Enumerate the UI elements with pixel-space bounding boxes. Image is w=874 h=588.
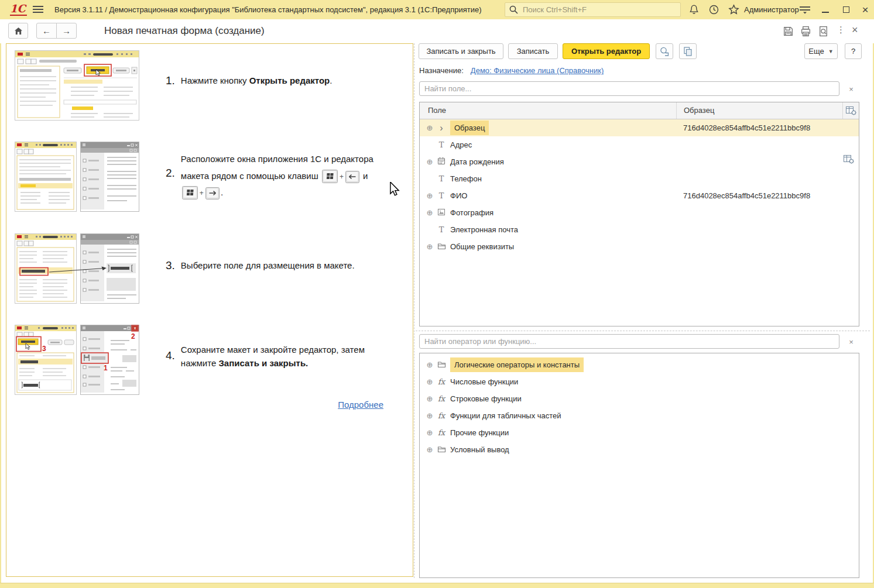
horizontal-splitter[interactable] xyxy=(416,331,870,331)
current-user[interactable]: Администратор xyxy=(744,5,799,14)
tree-item-tabular-functions[interactable]: ⊕ fx Функции для табличных частей xyxy=(420,407,859,424)
purpose-link[interactable]: Демо: Физические лица (Справочник) xyxy=(471,66,604,75)
print-preview-icon[interactable] xyxy=(818,26,829,37)
form-toolbar: ← → Новая печатная форма (создание) ⋮ × xyxy=(0,19,874,43)
notifications-bell-icon[interactable] xyxy=(688,4,700,15)
table-row-sample[interactable]: ⊕ › Образец 716d4028ec854affb4c51e2211bb… xyxy=(420,119,859,136)
open-editor-button[interactable]: Открыть редактор xyxy=(563,43,650,59)
table-row-birthdate[interactable]: ⊕ Дата рождения xyxy=(420,153,859,170)
function-icon: fx xyxy=(436,377,447,386)
purpose-label: Назначение: xyxy=(419,66,464,75)
clear-field-search-icon[interactable]: × xyxy=(845,83,857,95)
step-text: макета рядом с помощью клавиш xyxy=(181,171,318,181)
expand-icon[interactable]: ⊕ xyxy=(425,123,434,132)
back-button[interactable]: ← xyxy=(36,23,57,39)
fields-table: Поле Образец ⊕ › Образец 716d4028ec854af… xyxy=(419,102,859,326)
windows-key-icon xyxy=(322,170,338,183)
table-row-phone[interactable]: T Телефон xyxy=(420,170,859,187)
list-settings-button[interactable] xyxy=(843,154,855,167)
function-icon: fx xyxy=(436,428,447,437)
window-bottom-border xyxy=(0,583,874,588)
close-form-icon[interactable]: × xyxy=(852,24,858,36)
field-search-input[interactable] xyxy=(419,81,839,96)
expand-icon[interactable]: ⊕ xyxy=(425,191,434,200)
print-icon[interactable] xyxy=(800,26,811,37)
table-settings-button[interactable] xyxy=(842,102,859,119)
field-sample-value: 716d4028ec854affb4c51e2211bbc9f8 xyxy=(683,123,810,132)
favorites-star-icon[interactable] xyxy=(728,4,739,15)
expand-icon[interactable]: ⊕ xyxy=(425,377,434,386)
tree-item-logical-operators[interactable]: ⊕ Логические операторы и константы xyxy=(420,356,859,373)
forward-button[interactable]: → xyxy=(56,23,77,39)
function-icon: fx xyxy=(436,411,447,420)
expand-icon[interactable]: ⊕ xyxy=(425,445,434,454)
expand-icon[interactable]: ⊕ xyxy=(425,428,434,437)
expand-icon[interactable]: ⊕ xyxy=(425,242,434,251)
window-title: Версия 3.1.11 / Демонстрационная конфигу… xyxy=(54,5,482,14)
service-menu-icon[interactable] xyxy=(798,6,811,15)
field-name: ФИО xyxy=(450,191,467,200)
tree-item-string-functions[interactable]: ⊕ fx Строковые функции xyxy=(420,390,859,407)
step-number: 2. xyxy=(166,167,175,201)
step-4-image: 3 2 xyxy=(15,325,139,395)
window-titlebar: 1С Версия 3.1.11 / Демонстрационная конф… xyxy=(0,0,874,19)
plus-sign: + xyxy=(200,189,204,197)
column-header-sample[interactable]: Образец xyxy=(676,102,842,119)
table-row-fullname[interactable]: ⊕ T ФИО 716d4028ec854affb4c51e2211bbc9f8 xyxy=(420,187,859,204)
step-2-illustration xyxy=(15,142,139,212)
table-row-address[interactable]: T Адрес xyxy=(420,136,859,153)
tree-item-conditional-output[interactable]: ⊕ Условный вывод xyxy=(420,441,859,458)
more-dots-icon[interactable]: ⋮ xyxy=(837,25,845,35)
pick-field-button[interactable] xyxy=(656,43,673,59)
operators-tree: ⊕ Логические операторы и константы ⊕ fx … xyxy=(419,353,859,578)
step-3-image xyxy=(15,233,139,304)
step-number: 1. xyxy=(166,74,175,88)
operator-search-input[interactable] xyxy=(419,334,839,349)
chevron-right-icon[interactable]: › xyxy=(436,123,447,133)
minimize-button[interactable] xyxy=(817,0,834,19)
history-clock-icon[interactable] xyxy=(708,4,719,15)
save-icon[interactable] xyxy=(783,26,794,37)
step-2-image xyxy=(15,142,139,212)
table-row-email[interactable]: T Электронная почта xyxy=(420,221,859,238)
expand-icon[interactable]: ⊕ xyxy=(425,394,434,403)
expand-icon[interactable]: ⊕ xyxy=(425,157,434,166)
save-and-close-button[interactable]: Записать и закрыть xyxy=(419,43,503,59)
tree-item-label: Прочие функции xyxy=(450,428,509,437)
purpose-row: Назначение:Демо: Физические лица (Справо… xyxy=(419,66,604,75)
tree-item-label: Функции для табличных частей xyxy=(450,411,561,420)
clear-operator-search-icon[interactable]: × xyxy=(845,336,857,348)
windows-key-icon xyxy=(182,186,198,200)
table-row-common-attributes[interactable]: ⊕ Общие реквизиты xyxy=(420,238,859,255)
vertical-splitter[interactable] xyxy=(414,43,414,578)
expand-icon[interactable]: ⊕ xyxy=(425,360,434,369)
global-search-input[interactable] xyxy=(505,2,681,17)
table-settings-icon xyxy=(843,154,855,164)
step-1-image xyxy=(15,50,139,121)
step-number: 4. xyxy=(166,349,175,370)
table-row-photo[interactable]: ⊕ Фотография xyxy=(420,204,859,221)
magnifier-document-icon xyxy=(659,46,670,57)
maximize-button[interactable] xyxy=(837,0,855,19)
main-menu-icon[interactable] xyxy=(33,6,43,13)
home-icon xyxy=(14,27,23,35)
home-button[interactable] xyxy=(8,23,28,39)
field-sample-value: 716d4028ec854affb4c51e2211bbc9f8 xyxy=(683,191,810,200)
close-window-button[interactable]: × xyxy=(856,0,874,19)
help-button[interactable]: ? xyxy=(845,43,862,59)
field-name: Адрес xyxy=(450,140,472,149)
search-icon xyxy=(509,5,519,15)
column-header-field[interactable]: Поле xyxy=(420,102,676,119)
chevron-down-icon: ▼ xyxy=(828,49,834,54)
expand-icon[interactable]: ⊕ xyxy=(425,411,434,420)
more-details-link[interactable]: Подробнее xyxy=(338,400,383,410)
tree-item-other-functions[interactable]: ⊕ fx Прочие функции xyxy=(420,424,859,441)
save-button[interactable]: Записать xyxy=(508,43,558,59)
step-text: . xyxy=(221,187,223,197)
more-actions-button[interactable]: Еще▼ xyxy=(804,43,838,59)
copy-button[interactable] xyxy=(679,43,697,59)
expand-icon[interactable]: ⊕ xyxy=(425,208,434,217)
svg-text:2: 2 xyxy=(131,332,135,341)
tree-item-numeric-functions[interactable]: ⊕ fx Числовые функции xyxy=(420,373,859,390)
global-search xyxy=(505,2,681,17)
